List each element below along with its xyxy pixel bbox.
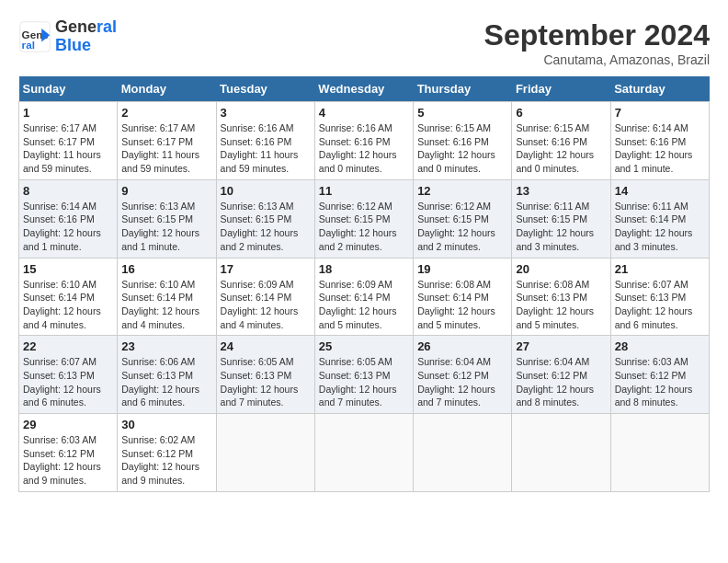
table-row: 24Sunrise: 6:05 AMSunset: 6:13 PMDayligh… bbox=[216, 336, 314, 414]
table-row: 11Sunrise: 6:12 AMSunset: 6:15 PMDayligh… bbox=[314, 179, 413, 258]
day-number: 3 bbox=[221, 106, 311, 120]
table-row: 28Sunrise: 6:03 AMSunset: 6:12 PMDayligh… bbox=[610, 336, 709, 414]
calendar-table: Sunday Monday Tuesday Wednesday Thursday… bbox=[18, 76, 710, 492]
day-number: 4 bbox=[319, 106, 409, 120]
day-info: Sunrise: 6:05 AMSunset: 6:13 PMDaylight:… bbox=[221, 355, 311, 409]
day-number: 7 bbox=[615, 106, 705, 120]
table-row: 17Sunrise: 6:09 AMSunset: 6:14 PMDayligh… bbox=[216, 258, 314, 336]
table-row: 21Sunrise: 6:07 AMSunset: 6:13 PMDayligh… bbox=[610, 258, 709, 336]
table-row: 22Sunrise: 6:07 AMSunset: 6:13 PMDayligh… bbox=[19, 336, 118, 414]
calendar-week-row: 29Sunrise: 6:03 AMSunset: 6:12 PMDayligh… bbox=[19, 414, 710, 492]
day-number: 6 bbox=[516, 106, 606, 120]
table-row: 18Sunrise: 6:09 AMSunset: 6:14 PMDayligh… bbox=[314, 258, 413, 336]
day-info: Sunrise: 6:08 AMSunset: 6:13 PMDaylight:… bbox=[516, 278, 606, 332]
day-number: 27 bbox=[516, 339, 606, 353]
day-number: 24 bbox=[221, 339, 311, 353]
day-info: Sunrise: 6:12 AMSunset: 6:15 PMDaylight:… bbox=[417, 200, 507, 254]
table-row bbox=[216, 414, 314, 492]
day-info: Sunrise: 6:09 AMSunset: 6:14 PMDaylight:… bbox=[319, 278, 409, 332]
day-number: 28 bbox=[615, 339, 705, 353]
calendar-header-row: Sunday Monday Tuesday Wednesday Thursday… bbox=[19, 76, 710, 102]
day-number: 12 bbox=[417, 184, 507, 198]
table-row: 4Sunrise: 6:16 AMSunset: 6:16 PMDaylight… bbox=[314, 102, 413, 180]
header-wednesday: Wednesday bbox=[314, 76, 413, 102]
location-subtitle: Canutama, Amazonas, Brazil bbox=[484, 52, 710, 67]
day-info: Sunrise: 6:17 AMSunset: 6:17 PMDaylight:… bbox=[23, 121, 113, 176]
day-info: Sunrise: 6:17 AMSunset: 6:17 PMDaylight:… bbox=[121, 121, 211, 176]
day-number: 9 bbox=[121, 184, 211, 198]
day-info: Sunrise: 6:16 AMSunset: 6:16 PMDaylight:… bbox=[221, 121, 311, 176]
table-row: 2Sunrise: 6:17 AMSunset: 6:17 PMDaylight… bbox=[118, 102, 216, 180]
table-row: 9Sunrise: 6:13 AMSunset: 6:15 PMDaylight… bbox=[118, 179, 216, 258]
day-info: Sunrise: 6:11 AMSunset: 6:15 PMDaylight:… bbox=[516, 200, 606, 254]
day-info: Sunrise: 6:13 AMSunset: 6:15 PMDaylight:… bbox=[221, 200, 311, 254]
day-info: Sunrise: 6:15 AMSunset: 6:16 PMDaylight:… bbox=[516, 121, 606, 176]
table-row: 8Sunrise: 6:14 AMSunset: 6:16 PMDaylight… bbox=[19, 179, 118, 258]
table-row: 26Sunrise: 6:04 AMSunset: 6:12 PMDayligh… bbox=[414, 336, 512, 414]
page-header: Gene ral General Blue September 2024 Can… bbox=[18, 18, 710, 67]
table-row: 6Sunrise: 6:15 AMSunset: 6:16 PMDaylight… bbox=[512, 102, 610, 180]
day-number: 17 bbox=[221, 262, 311, 276]
day-info: Sunrise: 6:04 AMSunset: 6:12 PMDaylight:… bbox=[516, 355, 606, 409]
table-row: 3Sunrise: 6:16 AMSunset: 6:16 PMDaylight… bbox=[216, 102, 314, 180]
header-tuesday: Tuesday bbox=[216, 76, 314, 102]
header-sunday: Sunday bbox=[19, 76, 118, 102]
table-row: 16Sunrise: 6:10 AMSunset: 6:14 PMDayligh… bbox=[118, 258, 216, 336]
day-info: Sunrise: 6:15 AMSunset: 6:16 PMDaylight:… bbox=[417, 121, 507, 176]
day-number: 10 bbox=[221, 184, 311, 198]
day-info: Sunrise: 6:13 AMSunset: 6:15 PMDaylight:… bbox=[121, 200, 211, 254]
calendar-week-row: 15Sunrise: 6:10 AMSunset: 6:14 PMDayligh… bbox=[19, 258, 710, 336]
day-number: 2 bbox=[121, 106, 211, 120]
day-info: Sunrise: 6:09 AMSunset: 6:14 PMDaylight:… bbox=[221, 278, 311, 332]
day-info: Sunrise: 6:14 AMSunset: 6:16 PMDaylight:… bbox=[23, 200, 113, 254]
table-row bbox=[610, 414, 709, 492]
logo-icon: Gene ral bbox=[18, 20, 51, 53]
day-number: 15 bbox=[23, 262, 113, 276]
calendar-week-row: 1Sunrise: 6:17 AMSunset: 6:17 PMDaylight… bbox=[19, 102, 710, 180]
table-row: 12Sunrise: 6:12 AMSunset: 6:15 PMDayligh… bbox=[414, 179, 512, 258]
table-row: 13Sunrise: 6:11 AMSunset: 6:15 PMDayligh… bbox=[512, 179, 610, 258]
day-number: 18 bbox=[319, 262, 409, 276]
day-number: 20 bbox=[516, 262, 606, 276]
table-row: 27Sunrise: 6:04 AMSunset: 6:12 PMDayligh… bbox=[512, 336, 610, 414]
day-info: Sunrise: 6:14 AMSunset: 6:16 PMDaylight:… bbox=[615, 121, 705, 176]
logo: Gene ral General Blue bbox=[18, 18, 117, 55]
table-row bbox=[512, 414, 610, 492]
day-number: 23 bbox=[121, 339, 211, 353]
day-number: 26 bbox=[417, 339, 507, 353]
day-number: 11 bbox=[319, 184, 409, 198]
header-saturday: Saturday bbox=[610, 76, 709, 102]
day-info: Sunrise: 6:10 AMSunset: 6:14 PMDaylight:… bbox=[121, 278, 211, 332]
day-info: Sunrise: 6:06 AMSunset: 6:13 PMDaylight:… bbox=[121, 355, 211, 409]
title-block: September 2024 Canutama, Amazonas, Brazi… bbox=[484, 18, 710, 67]
day-info: Sunrise: 6:10 AMSunset: 6:14 PMDaylight:… bbox=[23, 278, 113, 332]
header-monday: Monday bbox=[118, 76, 216, 102]
day-info: Sunrise: 6:05 AMSunset: 6:13 PMDaylight:… bbox=[319, 355, 409, 409]
day-number: 30 bbox=[121, 418, 211, 431]
day-number: 13 bbox=[516, 184, 606, 198]
day-info: Sunrise: 6:16 AMSunset: 6:16 PMDaylight:… bbox=[319, 121, 409, 176]
table-row: 20Sunrise: 6:08 AMSunset: 6:13 PMDayligh… bbox=[512, 258, 610, 336]
table-row: 25Sunrise: 6:05 AMSunset: 6:13 PMDayligh… bbox=[314, 336, 413, 414]
day-number: 19 bbox=[417, 262, 507, 276]
day-number: 14 bbox=[615, 184, 705, 198]
header-thursday: Thursday bbox=[414, 76, 512, 102]
day-info: Sunrise: 6:03 AMSunset: 6:12 PMDaylight:… bbox=[23, 433, 113, 488]
day-info: Sunrise: 6:02 AMSunset: 6:12 PMDaylight:… bbox=[121, 433, 211, 488]
day-number: 8 bbox=[23, 184, 113, 198]
table-row: 29Sunrise: 6:03 AMSunset: 6:12 PMDayligh… bbox=[19, 414, 118, 492]
svg-text:ral: ral bbox=[22, 38, 35, 50]
day-info: Sunrise: 6:07 AMSunset: 6:13 PMDaylight:… bbox=[615, 278, 705, 332]
table-row: 10Sunrise: 6:13 AMSunset: 6:15 PMDayligh… bbox=[216, 179, 314, 258]
table-row: 7Sunrise: 6:14 AMSunset: 6:16 PMDaylight… bbox=[610, 102, 709, 180]
day-info: Sunrise: 6:12 AMSunset: 6:15 PMDaylight:… bbox=[319, 200, 409, 254]
table-row: 14Sunrise: 6:11 AMSunset: 6:14 PMDayligh… bbox=[610, 179, 709, 258]
day-number: 16 bbox=[121, 262, 211, 276]
day-info: Sunrise: 6:11 AMSunset: 6:14 PMDaylight:… bbox=[615, 200, 705, 254]
day-info: Sunrise: 6:08 AMSunset: 6:14 PMDaylight:… bbox=[417, 278, 507, 332]
table-row: 1Sunrise: 6:17 AMSunset: 6:17 PMDaylight… bbox=[19, 102, 118, 180]
table-row bbox=[414, 414, 512, 492]
day-info: Sunrise: 6:04 AMSunset: 6:12 PMDaylight:… bbox=[417, 355, 507, 409]
table-row: 23Sunrise: 6:06 AMSunset: 6:13 PMDayligh… bbox=[118, 336, 216, 414]
table-row: 5Sunrise: 6:15 AMSunset: 6:16 PMDaylight… bbox=[414, 102, 512, 180]
